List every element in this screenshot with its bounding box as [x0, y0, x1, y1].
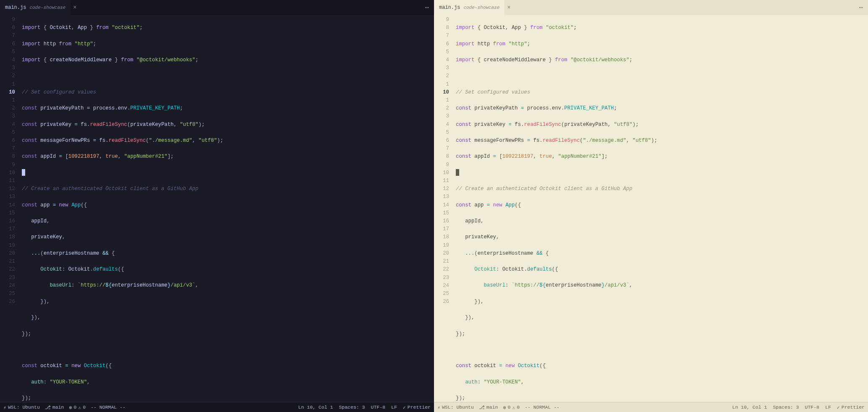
- more-actions-icon[interactable]: ⋯: [425, 3, 434, 12]
- code-content[interactable]: import { Octokit, App } from "octokit"; …: [456, 16, 868, 402]
- encoding[interactable]: UTF-8: [371, 404, 386, 410]
- tab-bar: main.js code-showcase × ⋯: [434, 0, 868, 15]
- tab-bar: main.js code-showcase × ⋯: [0, 0, 434, 15]
- eol[interactable]: LF: [391, 404, 397, 410]
- remote-indicator[interactable]: ⚡WSL: Ubuntu: [3, 404, 40, 410]
- tab-filename: main.js: [439, 5, 460, 10]
- remote-indicator[interactable]: ⚡WSL: Ubuntu: [437, 404, 474, 410]
- cursor-position[interactable]: Ln 10, Col 1: [298, 404, 333, 410]
- branch-icon: ⎇: [45, 404, 51, 410]
- editor-tab[interactable]: main.js code-showcase: [0, 0, 71, 15]
- more-actions-icon[interactable]: ⋯: [859, 3, 868, 12]
- tab-folder: code-showcase: [29, 5, 65, 10]
- formatter[interactable]: ✓Prettier: [403, 404, 431, 410]
- cursor-position[interactable]: Ln 10, Col 1: [732, 404, 767, 410]
- branch-indicator[interactable]: ⎇main: [479, 404, 498, 410]
- indentation[interactable]: Spaces: 3: [339, 404, 365, 410]
- indentation[interactable]: Spaces: 3: [773, 404, 799, 410]
- problems-indicator[interactable]: ⊗0 ⚠0: [503, 404, 520, 410]
- problems-indicator[interactable]: ⊗0 ⚠0: [69, 404, 86, 410]
- error-icon: ⊗: [69, 404, 72, 410]
- code-editor[interactable]: 9876543211012345678910111213141516171819…: [0, 15, 434, 402]
- line-gutter: 9876543211012345678910111213141516171819…: [0, 16, 22, 402]
- branch-indicator[interactable]: ⎇main: [45, 404, 64, 410]
- remote-icon: ⚡: [3, 404, 6, 410]
- branch-icon: ⎇: [479, 404, 485, 410]
- vim-mode: -- NORMAL --: [525, 404, 559, 410]
- vim-mode: -- NORMAL --: [91, 404, 125, 410]
- encoding[interactable]: UTF-8: [805, 404, 820, 410]
- remote-icon: ⚡: [437, 404, 440, 410]
- close-icon[interactable]: ×: [507, 4, 510, 11]
- editor-pane-light: main.js code-showcase × ⋯ 98765432110123…: [434, 0, 868, 412]
- cursor: [456, 169, 459, 176]
- editor-pane-dark: main.js code-showcase × ⋯ 98765432110123…: [0, 0, 434, 412]
- editor-tab[interactable]: main.js code-showcase: [434, 0, 505, 15]
- status-bar: ⚡WSL: Ubuntu ⎇main ⊗0 ⚠0 -- NORMAL -- Ln…: [0, 402, 434, 412]
- close-icon[interactable]: ×: [73, 4, 76, 11]
- eol[interactable]: LF: [825, 404, 831, 410]
- tab-folder: code-showcase: [463, 5, 499, 10]
- line-gutter: 9876543211012345678910111213141516171819…: [434, 16, 456, 402]
- warning-icon: ⚠: [78, 404, 81, 410]
- formatter[interactable]: ✓Prettier: [837, 404, 865, 410]
- cursor: [22, 169, 25, 176]
- status-bar: ⚡WSL: Ubuntu ⎇main ⊗0 ⚠0 -- NORMAL -- Ln…: [434, 402, 868, 412]
- code-editor[interactable]: 9876543211012345678910111213141516171819…: [434, 15, 868, 402]
- code-content[interactable]: import { Octokit, App } from "octokit"; …: [22, 16, 434, 402]
- warning-icon: ⚠: [512, 404, 515, 410]
- check-icon: ✓: [403, 404, 406, 410]
- check-icon: ✓: [837, 404, 840, 410]
- error-icon: ⊗: [503, 404, 506, 410]
- tab-filename: main.js: [5, 5, 26, 10]
